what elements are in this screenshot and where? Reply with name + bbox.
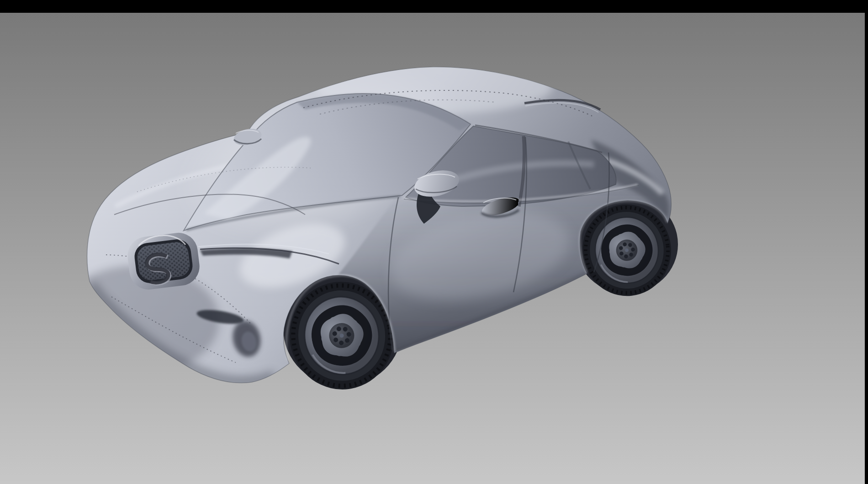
render-screen: [0, 0, 868, 484]
letterbox-top-bar: [0, 0, 868, 13]
grille: [126, 231, 202, 292]
cad-render-canvas: [0, 0, 868, 484]
letterbox-right-bar: [865, 0, 868, 484]
